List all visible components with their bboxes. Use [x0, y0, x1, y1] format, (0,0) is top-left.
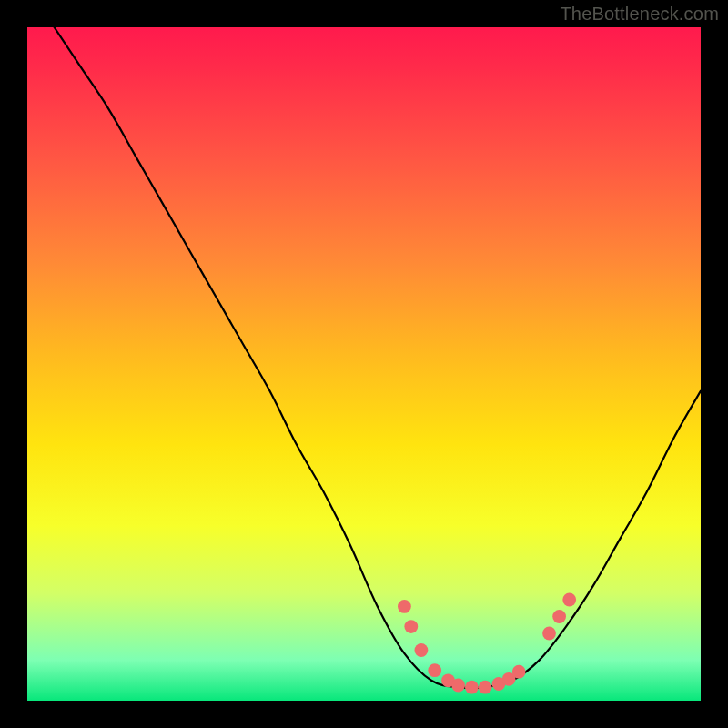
highlight-point	[552, 610, 566, 623]
highlight-point	[562, 593, 576, 607]
chart-plot-area	[27, 27, 701, 701]
highlight-point	[492, 677, 506, 691]
bottleneck-curve	[55, 27, 701, 688]
highlight-point	[428, 663, 441, 677]
highlight-point	[415, 643, 429, 657]
highlight-point	[502, 672, 516, 686]
highlight-point	[451, 679, 465, 693]
highlight-point	[542, 627, 556, 641]
highlight-point	[404, 620, 418, 633]
highlight-point	[479, 681, 492, 694]
chart-svg	[27, 27, 701, 701]
highlight-points	[398, 593, 576, 694]
chart-frame: TheBottleneck.com	[0, 0, 728, 728]
watermark-text: TheBottleneck.com	[560, 4, 719, 25]
highlight-point	[441, 673, 455, 687]
highlight-point	[398, 600, 411, 613]
highlight-point	[465, 681, 479, 694]
highlight-point	[512, 665, 526, 679]
